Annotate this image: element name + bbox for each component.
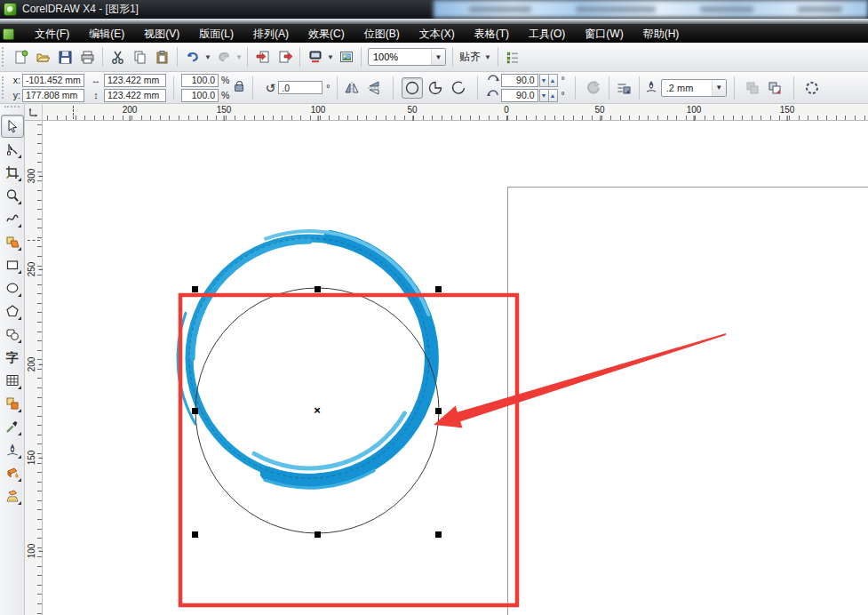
selection-handle-bottom-right[interactable] bbox=[435, 531, 442, 538]
paste-button[interactable] bbox=[152, 47, 172, 68]
mirror-vertical-button[interactable] bbox=[364, 77, 385, 98]
degree-sign: ° bbox=[561, 75, 565, 85]
rectangle-tool[interactable] bbox=[2, 254, 23, 276]
to-back-button[interactable] bbox=[765, 77, 785, 98]
vruler-label: 150 bbox=[27, 451, 36, 466]
quick-customize-button[interactable] bbox=[802, 77, 823, 98]
blue-brush-ring[interactable] bbox=[178, 231, 432, 488]
change-direction-button bbox=[584, 77, 604, 98]
hruler-cursor-marker bbox=[73, 106, 74, 119]
pie-mode-button[interactable] bbox=[425, 77, 446, 99]
new-document-button[interactable] bbox=[11, 47, 31, 68]
outline-width-arrow[interactable]: ▼ bbox=[712, 80, 726, 96]
title-bar[interactable]: CorelDRAW X4 - [图形1] bbox=[0, 0, 868, 19]
scale-v-field[interactable]: 100.0 bbox=[181, 89, 219, 102]
object-width-field[interactable]: 123.422 mm bbox=[104, 74, 166, 87]
open-button[interactable] bbox=[33, 47, 53, 68]
selection-handle-middle-left[interactable] bbox=[192, 408, 198, 414]
print-button[interactable] bbox=[77, 47, 98, 68]
ellipse-tool[interactable] bbox=[2, 277, 23, 299]
freehand-tool[interactable] bbox=[2, 208, 23, 229]
zoom-combo-arrow[interactable]: ▼ bbox=[431, 49, 445, 65]
menu-help[interactable]: 帮助(H) bbox=[633, 25, 689, 44]
shape-tool[interactable] bbox=[2, 139, 23, 160]
background-browser-tabs bbox=[434, 0, 868, 18]
copy-button[interactable] bbox=[130, 47, 150, 68]
outline-width-icon bbox=[645, 80, 657, 95]
crop-tool[interactable] bbox=[2, 162, 23, 183]
mirror-horizontal-button[interactable] bbox=[342, 77, 362, 98]
selection-handle-top-left[interactable] bbox=[192, 286, 198, 292]
save-button[interactable] bbox=[55, 47, 76, 68]
object-width-icon: ↔ bbox=[90, 75, 102, 85]
end-angle-up[interactable]: ▲ bbox=[548, 89, 558, 102]
menu-tools[interactable]: 工具(O) bbox=[519, 25, 575, 44]
toolbar-grip[interactable] bbox=[2, 47, 6, 67]
snap-to-dropdown[interactable]: ▼ bbox=[484, 53, 491, 61]
outline-pen-tool[interactable] bbox=[2, 439, 23, 460]
x-position-field[interactable]: -101.452 mm bbox=[22, 74, 84, 87]
vruler-label: 200 bbox=[27, 357, 36, 372]
end-angle-field[interactable]: 90.0 bbox=[501, 89, 538, 102]
menu-window[interactable]: 窗口(W) bbox=[575, 25, 633, 44]
artwork-layer bbox=[43, 121, 868, 615]
vertical-ruler[interactable]: 300 250 200 150 100 bbox=[25, 121, 43, 615]
import-button[interactable] bbox=[252, 47, 273, 68]
arc-mode-button[interactable] bbox=[448, 77, 469, 99]
blend-tool[interactable] bbox=[2, 393, 23, 414]
menu-edit[interactable]: 编辑(E) bbox=[79, 25, 134, 44]
interactive-fill-tool[interactable] bbox=[2, 485, 23, 507]
end-angle-icon bbox=[487, 89, 499, 101]
menu-layout[interactable]: 版面(L) bbox=[189, 25, 243, 44]
x-label: x: bbox=[10, 75, 20, 85]
zoom-tool[interactable] bbox=[2, 185, 23, 206]
application-launcher-button[interactable] bbox=[305, 47, 325, 68]
drawing-canvas[interactable]: × bbox=[43, 121, 868, 615]
undo-dropdown[interactable]: ▼ bbox=[203, 47, 212, 68]
selection-handle-bottom-left[interactable] bbox=[192, 531, 198, 538]
menu-effects[interactable]: 效果(C) bbox=[299, 25, 354, 44]
eyedropper-tool[interactable] bbox=[2, 416, 23, 437]
start-angle-up[interactable]: ▲ bbox=[548, 74, 558, 87]
menu-table[interactable]: 表格(T) bbox=[465, 25, 519, 44]
menu-bitmaps[interactable]: 位图(B) bbox=[354, 25, 410, 44]
table-tool[interactable] bbox=[2, 370, 23, 391]
outline-width-combo[interactable]: .2 mm ▼ bbox=[661, 79, 727, 97]
fill-tool[interactable] bbox=[2, 462, 23, 483]
welcome-screen-button[interactable] bbox=[336, 47, 356, 68]
polygon-tool[interactable] bbox=[2, 300, 23, 322]
menu-arrange[interactable]: 排列(A) bbox=[243, 25, 299, 44]
propbar-grip[interactable] bbox=[2, 76, 6, 99]
toolbox-grip[interactable] bbox=[4, 106, 19, 113]
y-position-field[interactable]: 177.808 mm bbox=[22, 89, 84, 102]
start-angle-field[interactable]: 90.0 bbox=[501, 74, 538, 87]
cut-button[interactable] bbox=[108, 47, 128, 68]
wrap-text-button[interactable] bbox=[614, 77, 634, 98]
selection-handle-top-middle[interactable] bbox=[315, 286, 321, 292]
snap-to-button[interactable]: 贴齐 ▼ bbox=[457, 48, 494, 67]
scale-h-field[interactable]: 100.0 bbox=[181, 74, 219, 87]
percent-sign: % bbox=[221, 90, 229, 100]
text-tool[interactable]: 字 bbox=[2, 347, 23, 368]
ruler-origin-button[interactable] bbox=[25, 104, 43, 121]
pick-tool[interactable] bbox=[2, 116, 23, 137]
rotation-angle-field[interactable]: .0 bbox=[278, 81, 323, 94]
lock-ratio-button[interactable] bbox=[235, 84, 243, 92]
basic-shapes-tool[interactable] bbox=[2, 323, 23, 345]
selection-handle-top-right[interactable] bbox=[435, 286, 442, 292]
undo-button[interactable] bbox=[182, 47, 203, 68]
menu-file[interactable]: 文件(F) bbox=[25, 25, 79, 44]
object-height-field[interactable]: 123.422 mm bbox=[104, 89, 166, 102]
menu-view[interactable]: 视图(V) bbox=[134, 25, 189, 44]
export-button[interactable] bbox=[275, 47, 295, 68]
options-button[interactable] bbox=[503, 47, 523, 68]
ellipse-mode-button[interactable] bbox=[402, 77, 423, 99]
selection-center-marker[interactable]: × bbox=[314, 403, 321, 417]
horizontal-ruler[interactable]: 200 150 100 50 0 50 100 150 bbox=[43, 104, 868, 121]
selection-handle-middle-right[interactable] bbox=[435, 408, 442, 414]
selection-handle-bottom-middle[interactable] bbox=[315, 531, 321, 538]
zoom-level-combo[interactable]: 100% ▼ bbox=[368, 48, 446, 66]
menu-text[interactable]: 文本(X) bbox=[410, 25, 465, 44]
smart-fill-tool[interactable] bbox=[2, 231, 23, 252]
application-launcher-dropdown[interactable]: ▼ bbox=[326, 47, 335, 68]
